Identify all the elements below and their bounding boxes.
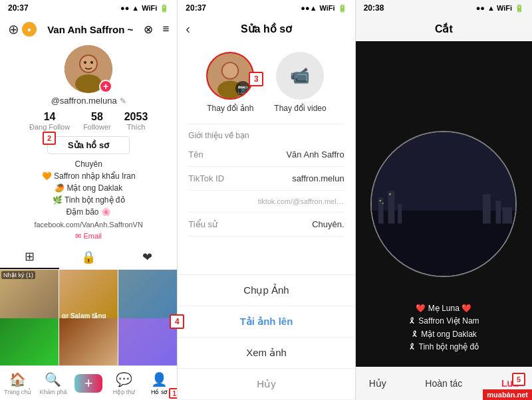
step-3-badge: 3	[249, 72, 263, 86]
p1-header-left: ⊕ ●	[8, 21, 37, 37]
status-bar-p2: 20:37 ●●▲ WiFi 🔋	[178, 0, 354, 16]
status-bar-p1: 20:37 ●● ▲ WiFi 🔋	[0, 0, 177, 16]
action-cancel[interactable]: Hủy	[178, 369, 354, 400]
inbox-icon: 💬	[116, 371, 132, 387]
profile-section: + @saffron.meluna ✎ 14 Đang Follow 58 Fo…	[0, 43, 177, 158]
nav-create[interactable]: +	[71, 366, 106, 400]
discover-icon: 🔍	[45, 371, 61, 387]
tab-grid[interactable]: ⊞	[0, 245, 59, 269]
field-bio[interactable]: Tiểu sử Chuyên.	[188, 213, 344, 237]
home-icon: 🏠	[9, 371, 26, 387]
time-p2: 20:37	[186, 3, 206, 13]
bio-overlay-line4: 🎗 Tinh bột nghệ đỏ	[356, 341, 532, 353]
tab-liked[interactable]: 🔒	[59, 245, 118, 269]
panel-edit-profile: 20:37 ●●▲ WiFi 🔋 ‹ Sửa hồ sơ 📷 Thay đổi …	[178, 0, 354, 400]
svg-rect-18	[380, 200, 381, 201]
svg-rect-13	[388, 191, 395, 223]
bio-line1: Chuyên	[11, 158, 166, 170]
panel-crop: 20:38 ●● ▲ WiFi 🔋 Cắt	[356, 0, 532, 400]
time-p1: 20:37	[8, 3, 29, 13]
bio-email[interactable]: ✉ Email	[11, 231, 166, 242]
add-avatar-button[interactable]: +	[99, 80, 112, 93]
action-sheet: Chụp Ảnh 4 Tải ảnh lên Xem ảnh Hủy	[178, 274, 354, 400]
video-icon: 📹	[290, 66, 310, 85]
avatar-wrap: +	[65, 45, 112, 93]
tab-private[interactable]: ❤	[118, 245, 178, 269]
watermark: muabán.net	[483, 389, 532, 400]
bio-overlay-line2: 🎗 Saffron Việt Nam	[356, 315, 532, 328]
share-icon[interactable]: ⊗	[144, 23, 153, 37]
svg-point-5	[90, 61, 93, 64]
create-icon: +	[74, 374, 102, 393]
status-icons-p2: ●●▲ WiFi 🔋	[301, 4, 346, 13]
grid-item-6[interactable]: ▶ 344	[118, 318, 177, 366]
p2-title: Sửa hồ sơ	[241, 23, 292, 35]
crop-cancel-button[interactable]: Hủy	[369, 378, 386, 389]
action-view-photo[interactable]: Xem ảnh	[178, 338, 354, 369]
coin-icon[interactable]: ●	[22, 22, 37, 37]
username: @saffron.meluna ✎	[51, 96, 126, 106]
svg-rect-20	[390, 193, 391, 195]
svg-rect-15	[483, 194, 491, 223]
grid-item-5[interactable]: ▶ 12	[59, 318, 118, 366]
field-tiktok-id[interactable]: TikTok ID saffron.melun	[188, 167, 344, 191]
bio-line4: 🌿 Tinh bột nghệ đỏ	[11, 194, 166, 206]
bio-overlay: ❤️ Mẹ Luna ❤️ 🎗 Saffron Việt Nam 🎗 Mật o…	[356, 302, 532, 353]
action-take-photo[interactable]: Chụp Ảnh	[178, 275, 354, 306]
svg-point-2	[75, 74, 102, 93]
crop-area[interactable]: f 📷 ❤️ Mẹ Luna ❤️ 🎗 Saffron Việt Nam 🎗 M…	[356, 41, 532, 367]
status-icons-p1: ●● ▲ WiFi 🔋	[120, 4, 169, 13]
nav-home[interactable]: 🏠 Trang chủ	[0, 366, 35, 400]
nav-inbox[interactable]: 💬 Hộp thư	[106, 366, 142, 400]
verified-icon: ✎	[120, 96, 126, 106]
p2-header: ‹ Sửa hồ sơ	[178, 16, 354, 41]
svg-rect-14	[398, 204, 402, 223]
nav-profile[interactable]: 👤 Hồ sơ 1	[142, 366, 177, 400]
menu-icon[interactable]: ≡	[162, 23, 169, 36]
diary-label: Nhật ký (1)	[1, 271, 35, 279]
bio-overlay-line3: 🎗 Mật ong Daklak	[356, 328, 532, 341]
bio-overlay-line1: ❤️ Mẹ Luna ❤️	[356, 302, 532, 315]
content-tabs: ⊞ 🔒 ❤	[0, 245, 177, 270]
bio-line3: 🥭 Mật ong Daklak	[11, 182, 166, 194]
profile-title: Van Anh Saffron ~	[47, 24, 133, 35]
p3-header: Cắt	[356, 16, 532, 41]
panel-profile: 20:37 ●● ▲ WiFi 🔋 ⊕ ● Van Anh Saffron ~ …	[0, 0, 177, 400]
svg-point-9	[223, 63, 238, 78]
edit-profile-button[interactable]: 2 Sửa hồ sơ	[47, 136, 130, 154]
change-video-option[interactable]: 📹 Thay đổi video	[274, 52, 326, 113]
header-action-icons: ⊗ ≡	[144, 23, 169, 37]
crop-circle: f 📷	[370, 131, 517, 277]
svg-point-4	[84, 61, 86, 64]
grid-item-4[interactable]: ▶ 0	[0, 318, 59, 366]
back-button[interactable]: ‹	[186, 21, 190, 37]
crop-save-button[interactable]: Lưu 5	[501, 378, 519, 389]
crop-title: Cắt	[435, 23, 453, 35]
bio-line2: 🧡 Saffron nhập khẩu Iran	[11, 170, 166, 182]
field-name[interactable]: Tên Văn Anh Saffro	[188, 143, 344, 167]
field-tiktok-url: tiktok.com/@saffron.melun	[188, 191, 344, 213]
bio-section: Chuyên 🧡 Saffron nhập khẩu Iran 🥭 Mật on…	[0, 158, 177, 241]
stat-followers[interactable]: 58 Follower	[83, 111, 111, 131]
change-photo-option[interactable]: 📷 Thay đổi ảnh 3	[206, 52, 254, 113]
change-photo-circle: 📷	[206, 52, 254, 100]
time-p3: 20:38	[364, 3, 384, 13]
form-section-title: Giới thiệu về bạn	[178, 124, 354, 143]
video-grid: Nhật ký (1) gr Salam tặng kẽm ▶ 0 ▶ 12 ▶…	[0, 270, 177, 365]
bio-link[interactable]: facebook.com/VanAnh.SaffronVN	[11, 219, 166, 231]
svg-rect-12	[378, 197, 384, 223]
bottom-nav: 🏠 Trang chủ 🔍 Khám phá + 💬 Hộp thư 👤 Hồ …	[0, 365, 177, 400]
step-4-badge: 4	[170, 314, 184, 329]
status-icons-p3: ●● ▲ WiFi 🔋	[476, 4, 524, 13]
crop-undo-button[interactable]: Hoàn tác	[425, 378, 462, 389]
profile-form: Tên Văn Anh Saffro TikTok ID saffron.mel…	[178, 143, 354, 237]
stat-likes[interactable]: 2053 Thích	[124, 111, 148, 131]
photo-options: 📷 Thay đổi ảnh 3 📹 Thay đổi video	[178, 41, 354, 124]
profile-icon: 👤	[151, 371, 168, 387]
svg-rect-19	[382, 203, 384, 204]
change-video-circle: 📹	[276, 52, 324, 100]
nav-discover[interactable]: 🔍 Khám phá	[35, 366, 70, 400]
action-upload-photo[interactable]: 4 Tải ảnh lên	[178, 306, 354, 338]
add-person-icon[interactable]: ⊕	[8, 21, 19, 37]
stat-following[interactable]: 14 Đang Follow	[29, 111, 70, 131]
